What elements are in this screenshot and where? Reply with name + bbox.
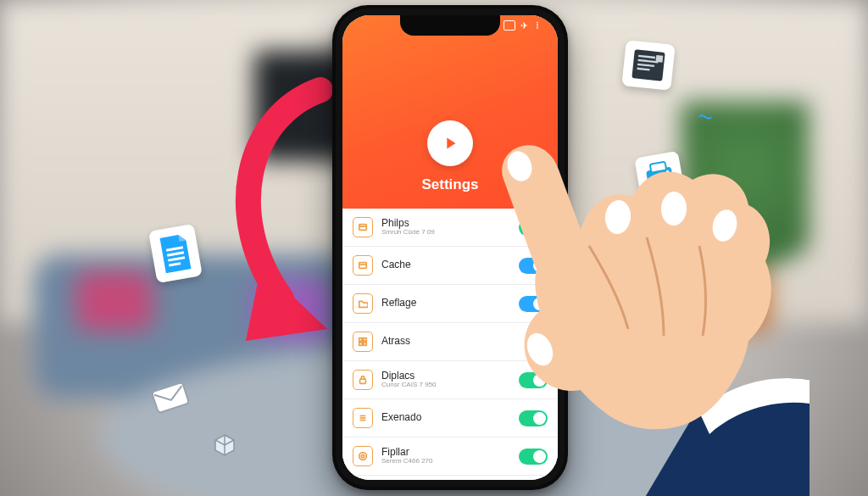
criss-icon [697, 109, 714, 125]
battery-icon [504, 20, 515, 31]
plane-icon: ✈ [520, 20, 531, 31]
svg-rect-26 [364, 343, 366, 345]
grid-icon [353, 332, 373, 352]
settings-row-title: Reflage [381, 298, 519, 309]
settings-row-6[interactable]: FipllarSerem C466 270 [342, 437, 558, 476]
settings-row-labels: Reflage [381, 298, 519, 309]
settings-row-1[interactable]: Cache [342, 247, 558, 285]
document-dark-icon [621, 40, 675, 91]
settings-row-toggle[interactable] [519, 372, 548, 388]
card-icon [353, 217, 373, 237]
more-icon: ⁞ [536, 21, 546, 30]
settings-row-4[interactable]: DiplacsCunsr CAIS 7 950 [342, 361, 558, 399]
settings-row-toggle[interactable] [519, 449, 548, 465]
settings-header: ✈ ⁞ Settings [342, 15, 558, 209]
card-icon [353, 255, 373, 276]
settings-row-title: Cache [381, 259, 519, 270]
svg-rect-7 [650, 162, 666, 173]
svg-rect-5 [655, 55, 663, 63]
settings-row-labels: DiplacsCunsr CAIS 7 950 [381, 371, 519, 389]
settings-list: PhilpsSmruh Cüdé 7 09CacheReflageAtrassD… [342, 209, 558, 480]
svg-rect-18 [152, 382, 189, 413]
settings-row-labels: PhilpsSmruh Cüdé 7 09 [381, 218, 519, 237]
target-icon [353, 446, 373, 466]
settings-row-7[interactable]: RefressWaet Chès 150 [342, 476, 558, 480]
play-icon [427, 120, 473, 166]
settings-row-toggle[interactable] [519, 410, 548, 426]
settings-row-title: Exenado [381, 412, 519, 423]
settings-row-subtitle: Smruh Cüdé 7 09 [381, 229, 519, 237]
svg-point-31 [359, 453, 367, 460]
settings-row-subtitle: Serem C466 270 [381, 458, 519, 465]
settings-row-labels: Exenado [381, 412, 519, 423]
settings-row-toggle[interactable] [519, 258, 548, 274]
svg-point-32 [361, 454, 364, 457]
svg-rect-27 [360, 379, 366, 383]
svg-rect-24 [364, 338, 366, 341]
settings-row-title: Atrass [381, 336, 548, 347]
list-icon [353, 408, 373, 428]
settings-row-2[interactable]: Reflage [342, 285, 558, 323]
svg-rect-23 [359, 338, 362, 341]
settings-row-toggle[interactable] [519, 296, 548, 312]
settings-row-3[interactable]: Atrass [342, 323, 558, 361]
status-bar: ✈ ⁞ [504, 20, 546, 31]
phone-frame: ✈ ⁞ Settings PhilpsSmruh Cüdé 7 09CacheR… [332, 5, 568, 490]
settings-row-5[interactable]: Exenado [342, 399, 558, 437]
document-blue-icon [148, 224, 203, 283]
lock-icon [353, 370, 373, 390]
svg-rect-25 [359, 343, 362, 345]
settings-row-labels: Cache [381, 259, 519, 270]
settings-row-labels: Atrass [381, 336, 548, 347]
settings-row-subtitle: Cunsr CAIS 7 950 [381, 382, 519, 389]
settings-row-0[interactable]: PhilpsSmruh Cüdé 7 09 [342, 209, 558, 247]
settings-row-toggle[interactable] [519, 220, 548, 236]
page-title: Settings [421, 176, 478, 193]
scene: ✈ ⁞ Settings PhilpsSmruh Cüdé 7 09CacheR… [0, 0, 868, 496]
cube-icon [212, 432, 237, 458]
phone-notch [400, 15, 500, 36]
folder-icon [353, 293, 373, 314]
printer-icon [634, 151, 685, 198]
settings-row-labels: FipllarSerem C466 270 [381, 447, 519, 465]
phone-screen: ✈ ⁞ Settings PhilpsSmruh Cüdé 7 09CacheR… [342, 15, 558, 480]
